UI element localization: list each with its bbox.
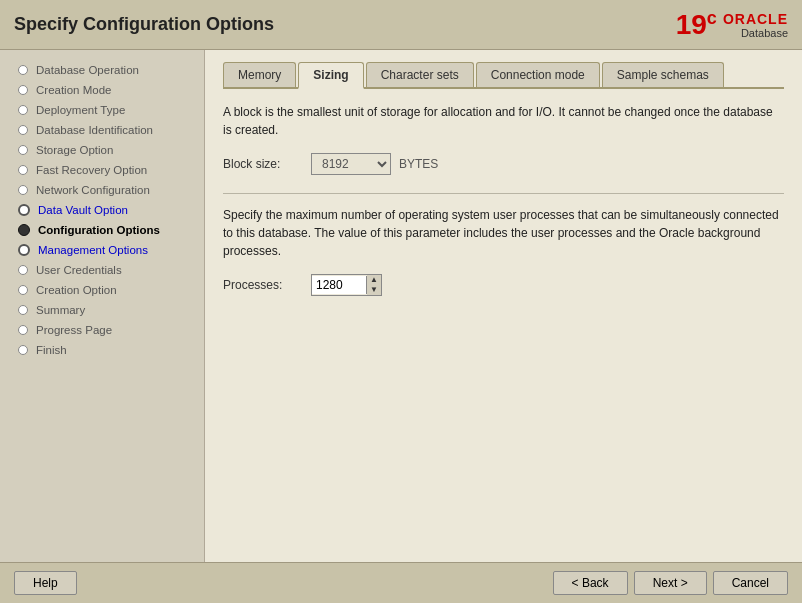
section-divider <box>223 193 784 194</box>
tab-memory[interactable]: Memory <box>223 62 296 87</box>
sidebar-label: Network Configuration <box>36 184 150 196</box>
sidebar-label: Progress Page <box>36 324 112 336</box>
sidebar-label: Creation Option <box>36 284 117 296</box>
sidebar-label: Finish <box>36 344 67 356</box>
sidebar-item-configuration-options: Configuration Options <box>0 220 204 240</box>
processes-spinner[interactable]: ▲ ▼ <box>311 274 382 296</box>
sidebar-item-deployment-type: Deployment Type <box>0 100 204 120</box>
sidebar-dot <box>18 244 30 256</box>
sidebar-item-summary: Summary <box>0 300 204 320</box>
block-size-row: Block size: 8192 4096 16384 32768 BYTES <box>223 153 784 175</box>
tabs-container: Memory Sizing Character sets Connection … <box>223 62 784 89</box>
sidebar-dot <box>18 265 28 275</box>
sidebar-label: Deployment Type <box>36 104 125 116</box>
back-button[interactable]: < Back <box>553 571 628 595</box>
sidebar-item-creation-option: Creation Option <box>0 280 204 300</box>
content-panel: Memory Sizing Character sets Connection … <box>205 50 802 562</box>
sidebar-label: Storage Option <box>36 144 113 156</box>
tab-connection-mode[interactable]: Connection mode <box>476 62 600 87</box>
sidebar-label: User Credentials <box>36 264 122 276</box>
tab-sizing[interactable]: Sizing <box>298 62 363 89</box>
sidebar-item-network-configuration: Network Configuration <box>0 180 204 200</box>
sidebar-label: Creation Mode <box>36 84 111 96</box>
sidebar-label: Database Operation <box>36 64 139 76</box>
footer: Help < Back Next > Cancel <box>0 562 802 603</box>
spinner-down[interactable]: ▼ <box>367 285 381 295</box>
sidebar-dot <box>18 105 28 115</box>
sidebar-label: Configuration Options <box>38 224 160 236</box>
oracle-logo: 19c ORACLE Database <box>676 8 788 41</box>
sidebar-dot <box>18 305 28 315</box>
block-size-description: A block is the smallest unit of storage … <box>223 103 784 139</box>
processes-label: Processes: <box>223 278 303 292</box>
oracle-version: 19c <box>676 8 717 41</box>
cancel-button[interactable]: Cancel <box>713 571 788 595</box>
sidebar-dot <box>18 204 30 216</box>
sidebar-dot <box>18 85 28 95</box>
block-size-label: Block size: <box>223 157 303 171</box>
sidebar-dot <box>18 165 28 175</box>
sidebar-item-progress-page: Progress Page <box>0 320 204 340</box>
sidebar-item-database-operation: Database Operation <box>0 60 204 80</box>
block-size-unit: BYTES <box>399 157 438 171</box>
sidebar-dot <box>18 65 28 75</box>
sidebar-label: Fast Recovery Option <box>36 164 147 176</box>
sidebar-label: Management Options <box>38 244 148 256</box>
spinner-up[interactable]: ▲ <box>367 275 381 285</box>
sidebar-dot <box>18 325 28 335</box>
processes-description: Specify the maximum number of operating … <box>223 206 784 260</box>
sidebar-item-creation-mode: Creation Mode <box>0 80 204 100</box>
processes-input[interactable] <box>312 276 367 294</box>
sidebar-item-user-credentials: User Credentials <box>0 260 204 280</box>
spinner-buttons: ▲ ▼ <box>367 275 381 295</box>
sidebar-dot <box>18 145 28 155</box>
processes-row: Processes: ▲ ▼ <box>223 274 784 296</box>
help-button[interactable]: Help <box>14 571 77 595</box>
sidebar-label: Database Identification <box>36 124 153 136</box>
header: Specify Configuration Options 19c ORACLE… <box>0 0 802 50</box>
block-size-select[interactable]: 8192 4096 16384 32768 <box>311 153 391 175</box>
sidebar-item-fast-recovery-option: Fast Recovery Option <box>0 160 204 180</box>
oracle-brand-text: ORACLE <box>723 11 788 27</box>
next-button[interactable]: Next > <box>634 571 707 595</box>
sidebar-label: Summary <box>36 304 85 316</box>
sidebar-dot <box>18 185 28 195</box>
sidebar-dot <box>18 285 28 295</box>
tab-sample-schemas[interactable]: Sample schemas <box>602 62 724 87</box>
main-content: Database Operation Creation Mode Deploym… <box>0 50 802 562</box>
sidebar-label: Data Vault Option <box>38 204 128 216</box>
oracle-sub-text: Database <box>723 27 788 39</box>
sidebar: Database Operation Creation Mode Deploym… <box>0 50 205 562</box>
sidebar-dot <box>18 345 28 355</box>
sidebar-dot <box>18 224 30 236</box>
oracle-brand: ORACLE Database <box>723 11 788 39</box>
sidebar-item-storage-option: Storage Option <box>0 140 204 160</box>
page-title: Specify Configuration Options <box>14 14 274 35</box>
sidebar-item-management-options[interactable]: Management Options <box>0 240 204 260</box>
sidebar-item-data-vault-option[interactable]: Data Vault Option <box>0 200 204 220</box>
tab-character-sets[interactable]: Character sets <box>366 62 474 87</box>
sidebar-item-database-identification: Database Identification <box>0 120 204 140</box>
sidebar-dot <box>18 125 28 135</box>
sidebar-item-finish: Finish <box>0 340 204 360</box>
nav-buttons: < Back Next > Cancel <box>553 571 788 595</box>
